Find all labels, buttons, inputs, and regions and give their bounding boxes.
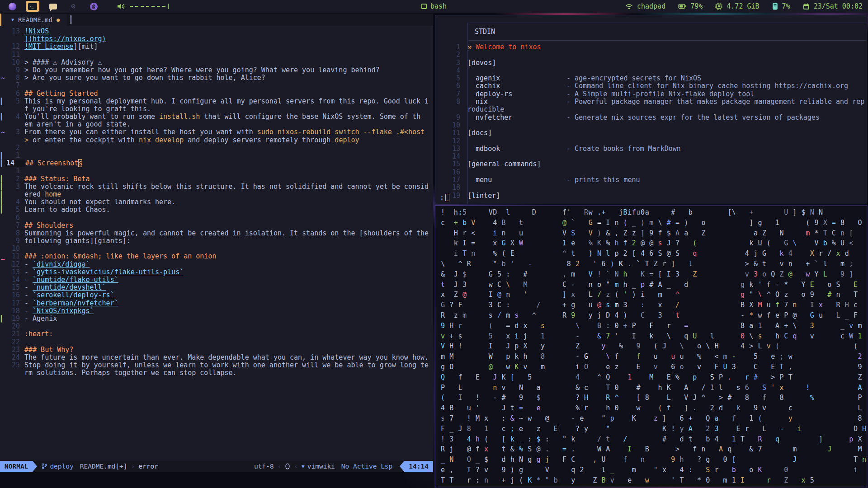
editor-line[interactable]: 9following giants][giants]: bbox=[0, 237, 433, 245]
menu-row: 12 bbox=[435, 137, 867, 145]
editor-tabbar: ▼ README.md ● bbox=[0, 14, 433, 26]
workspace-icons: ›_ ⚙ @ bbox=[5, 1, 168, 12]
mail-at-icon[interactable]: @ bbox=[87, 1, 100, 12]
matrix-row: g O @ w K v m i O e z E v 6 o v F U 3 C … bbox=[441, 362, 867, 372]
volume-control[interactable] bbox=[117, 3, 168, 10]
editor-line[interactable]: 8Summoning is powerful magic, and cannot… bbox=[0, 230, 433, 237]
editor-line[interactable]: 13!NixOS bbox=[0, 28, 433, 35]
lsp-status: No Active Lsp bbox=[341, 463, 393, 470]
system-status: chadpad 79% 4.72 GiB 7% 23/Sat 00 bbox=[625, 2, 863, 10]
editor-line[interactable]: ▎14## Screenshots bbox=[0, 160, 433, 167]
editor-line[interactable]: 15- `numtide/devshell` bbox=[0, 284, 433, 291]
editor-line[interactable]: ~8> Are you sure you want to go down thi… bbox=[0, 74, 433, 82]
editor-line[interactable]: > or enter the cockpit with nix develop … bbox=[0, 136, 433, 144]
editor-line[interactable]: ▎4You'll probably want to run some insta… bbox=[0, 113, 433, 121]
calendar-icon bbox=[803, 3, 810, 10]
menu-content: 1⚒ Welcome to nixos23[devos]45 agenix- a… bbox=[435, 43, 867, 200]
matrix-row: t J 3 w C \ M C - n o " m h _ p # A _ d … bbox=[441, 280, 867, 290]
editor-line[interactable]: ▎4You should not expect landmarks here. bbox=[0, 198, 433, 206]
editor-line[interactable]: ▎19- Agenix bbox=[0, 315, 433, 323]
matrix-row: c + b V 4 B t @ ` G = I n ( _ ) m \ # = … bbox=[441, 218, 867, 228]
menu-row: 9 nvfetcher- Generate nix sources expr f… bbox=[435, 114, 867, 122]
editor-line[interactable]: ](https://nixos.org) bbox=[0, 35, 433, 43]
modified-dot-icon: ● bbox=[57, 17, 60, 23]
editor-line[interactable]: 20 bbox=[0, 323, 433, 330]
editor-line[interactable]: 6## Getting Started bbox=[0, 90, 433, 98]
battery-icon bbox=[678, 4, 686, 9]
menu-row: 5 agenix- age-encrypted secrets for NixO… bbox=[435, 75, 867, 82]
matrix-row: x Z @ I @ n ' ] x L / z ( ' ) i m ^ g " … bbox=[441, 290, 867, 300]
editor-line[interactable]: 12- `divnix/digga` bbox=[0, 261, 433, 268]
editor-line[interactable]: ▎1 bbox=[0, 152, 433, 160]
editor-line[interactable]: 12!MIT License][mit] bbox=[0, 43, 433, 51]
editor-line[interactable]: 14- `numtide/flake-utils` bbox=[0, 276, 433, 284]
speaker-icon bbox=[117, 3, 125, 10]
mode-indicator: NORMAL bbox=[0, 461, 33, 472]
editor-line[interactable]: em aren't in a good state. bbox=[0, 121, 433, 128]
command-prompt[interactable]: : bbox=[440, 193, 449, 202]
editor-line[interactable]: 16- `serokell/deploy-rs` bbox=[0, 291, 433, 299]
menu-row: 4 bbox=[435, 67, 867, 75]
editor-line[interactable]: 1 bbox=[0, 167, 433, 175]
editor-line[interactable]: 25Stop doing it by yourself, unless we l… bbox=[0, 361, 433, 369]
matrix-row: s 7 ! M x : & ~ w @ - e " p K z ] 6 + Q … bbox=[441, 413, 867, 424]
volume-slider[interactable] bbox=[130, 6, 168, 7]
editor-line[interactable]: ▎5Learn to adopt Chaos. bbox=[0, 206, 433, 214]
clock-label: 23/Sat 00:02 bbox=[814, 2, 863, 10]
matrix-row: P L n v N a & c T 0 # h K A / 1 l s 6 S … bbox=[441, 383, 867, 393]
editor-line[interactable]: ▎5This is my personal deployment hub. I … bbox=[0, 98, 433, 105]
terminal-workspace-icon[interactable]: ›_ bbox=[26, 1, 39, 12]
git-branch: deploy bbox=[42, 463, 73, 470]
editor-line[interactable]: f you're looking to graft this. bbox=[0, 105, 433, 113]
editor-line[interactable]: ~3From there you can either install the … bbox=[0, 128, 433, 136]
chat-icon[interactable] bbox=[46, 1, 60, 12]
matrix-row: m M W p k h 8 - G \ f f u u u % < m - 5 … bbox=[441, 352, 867, 362]
menu-row: 14 bbox=[435, 153, 867, 160]
editor-line[interactable]: 18- `NixOS/nixpkgs` bbox=[0, 307, 433, 315]
editor-line[interactable]: 17- `berberman/nvfetcher` bbox=[0, 300, 433, 307]
editor-line[interactable]: ▎2### Status: Beta bbox=[0, 175, 433, 183]
file-name: README.md[+] bbox=[80, 463, 127, 470]
window-title-label: bash bbox=[430, 2, 447, 10]
gear-icon[interactable]: ⚙ bbox=[66, 1, 80, 12]
editor-line[interactable]: 7## Shoulders bbox=[0, 222, 433, 230]
editor-line[interactable]: 13- `gytis-ivaskevicius/flake-utils-plus… bbox=[0, 268, 433, 276]
pane-title: STDIN bbox=[467, 23, 867, 41]
matrix-row: R z m s / m s ^ R 9 y j D 4 ) C 3 t - * … bbox=[441, 310, 867, 321]
firefox-icon[interactable] bbox=[5, 1, 19, 12]
username-label: chadpad bbox=[637, 2, 665, 10]
matrix-row: \ ^ R " b ' - 8 2 ' 6 ) K . ` T Z r ] l … bbox=[441, 259, 867, 269]
tab-readme[interactable]: ▼ README.md ● bbox=[1, 14, 67, 26]
powerline-separator bbox=[400, 461, 404, 472]
terminal-window-stdin[interactable]: STDIN 1⚒ Welcome to nixos23[devos]45 age… bbox=[435, 15, 867, 204]
menu-row: 7 deploy-rs- A Simple multi-profile Nix-… bbox=[435, 90, 867, 98]
editor-content[interactable]: 13!NixOS](https://nixos.org)12!MIT Licen… bbox=[0, 26, 433, 377]
filetype: ▼ vimwiki bbox=[302, 463, 335, 470]
editor-line[interactable]: 10 bbox=[0, 245, 433, 253]
terminal-window-matrix[interactable]: ! h:5 VD l D f' Rw .+ jBifu0a # b [\ + U… bbox=[435, 206, 867, 487]
editor-line[interactable]: ▎ered home bbox=[0, 191, 433, 198]
matrix-row: _ N O _ $ d h N g g j F C , U f n 9 h ? … bbox=[441, 455, 867, 465]
editor-line[interactable]: 2 bbox=[0, 144, 433, 152]
editor-line[interactable]: 6 bbox=[0, 214, 433, 222]
editor-line[interactable]: 23### But Why? bbox=[0, 346, 433, 354]
editor-line[interactable]: rm solutions. Perhaps together we can st… bbox=[0, 369, 433, 377]
statusline: NORMAL deploy README.md[+] › error utf-8… bbox=[0, 461, 433, 472]
cpu-usage-label: 7% bbox=[782, 2, 790, 10]
menu-row: 8 nix- Powerful package manager that mak… bbox=[435, 98, 867, 106]
editor-line[interactable]: 21:heart: bbox=[0, 330, 433, 338]
prompt-char: : bbox=[440, 193, 444, 202]
encoding-label: utf-8 bbox=[254, 463, 274, 470]
editor-line[interactable]: 24The future is more uncertain than ever… bbox=[0, 354, 433, 361]
editor-line[interactable]: 22 bbox=[0, 338, 433, 346]
editor-line[interactable]: 11 bbox=[0, 51, 433, 59]
editor-line[interactable]: 10> #### ⚠ Advisory ⚠ bbox=[0, 59, 433, 66]
editor-line[interactable]: _11### :onion: &mdash; like the layers o… bbox=[0, 253, 433, 260]
window-icon bbox=[421, 4, 427, 9]
menu-row: 13 mdbook- Create books from MarkDown bbox=[435, 145, 867, 153]
editor-line[interactable]: 7 bbox=[0, 82, 433, 89]
editor-line[interactable]: ▎3The volcanic rock still shifts below t… bbox=[0, 183, 433, 191]
editor-line[interactable]: 9> Do you remember how you got here? Whe… bbox=[0, 66, 433, 74]
separator: ‹ bbox=[294, 463, 298, 470]
matrix-content: ! h:5 VD l D f' Rw .+ jBifu0a # b [\ + U… bbox=[435, 206, 867, 486]
